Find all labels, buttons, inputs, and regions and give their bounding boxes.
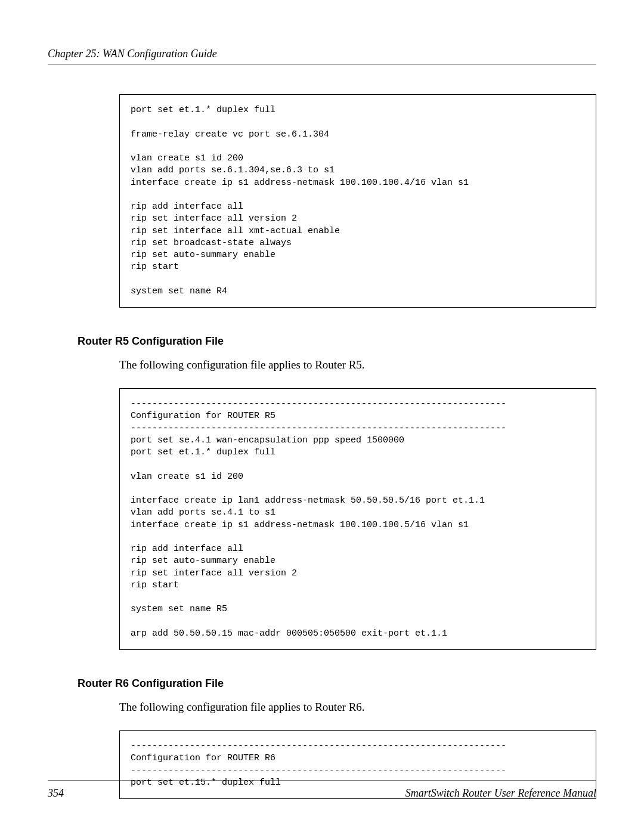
code-block-r4: port set et.1.* duplex full frame-relay … <box>119 94 596 308</box>
code-block-r5: ----------------------------------------… <box>119 388 596 650</box>
section-intro-r5: The following configuration file applies… <box>119 358 596 371</box>
page-header: Chapter 25: WAN Configuration Guide <box>48 48 596 64</box>
section-heading-r6: Router R6 Configuration File <box>78 677 596 690</box>
page-number: 354 <box>48 787 64 800</box>
section-intro-r6: The following configuration file applies… <box>119 701 596 714</box>
page-container: Chapter 25: WAN Configuration Guide port… <box>0 0 644 833</box>
section-heading-r5: Router R5 Configuration File <box>78 335 596 348</box>
chapter-title: Chapter 25: WAN Configuration Guide <box>48 48 217 60</box>
page-footer: 354 SmartSwitch Router User Reference Ma… <box>48 781 596 800</box>
manual-title: SmartSwitch Router User Reference Manual <box>405 787 596 800</box>
